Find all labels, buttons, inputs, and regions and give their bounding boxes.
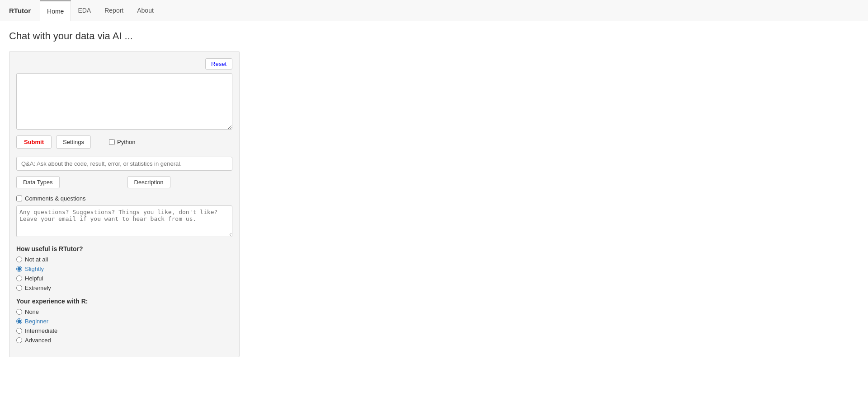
data-row: Data Types Description — [16, 176, 232, 188]
navbar-brand: RTutor — [5, 7, 35, 14]
comments-label-text: Comments & questions — [25, 195, 85, 202]
usefulness-label-helpful: Helpful — [25, 275, 43, 282]
main-textarea[interactable] — [16, 73, 232, 130]
nav-item-report[interactable]: Report — [98, 0, 130, 21]
usefulness-question: How useful is RTutor? — [16, 245, 232, 252]
nav-items: Home EDA Report About — [40, 0, 160, 21]
usefulness-option-not-at-all[interactable]: Not at all — [16, 256, 232, 263]
usefulness-label-extremely: Extremely — [25, 284, 51, 291]
comments-label[interactable]: Comments & questions — [16, 195, 232, 202]
nav-item-about[interactable]: About — [130, 0, 160, 21]
comments-checkbox[interactable] — [16, 196, 22, 201]
nav-link-home[interactable]: Home — [40, 0, 71, 21]
python-checkbox-label[interactable]: Python — [109, 139, 135, 145]
usefulness-option-slightly[interactable]: Slightly — [16, 266, 232, 272]
usefulness-radio-helpful[interactable] — [16, 275, 22, 281]
r-experience-option-beginner[interactable]: Beginner — [16, 318, 232, 325]
r-experience-label-advanced: Advanced — [25, 337, 51, 344]
qa-input[interactable] — [16, 157, 232, 171]
nav-item-eda[interactable]: EDA — [71, 0, 98, 21]
usefulness-radio-slightly[interactable] — [16, 266, 22, 272]
navbar: RTutor Home EDA Report About — [0, 0, 868, 21]
usefulness-label-not-at-all: Not at all — [25, 256, 48, 263]
r-experience-option-intermediate[interactable]: Intermediate — [16, 327, 232, 334]
usefulness-label-slightly: Slightly — [25, 266, 44, 272]
nav-item-home[interactable]: Home — [40, 0, 71, 21]
reset-row: Reset — [16, 58, 232, 70]
submit-button[interactable]: Submit — [16, 135, 52, 149]
r-experience-radio-intermediate[interactable] — [16, 328, 22, 334]
description-button[interactable]: Description — [127, 176, 170, 188]
page-title: Chat with your data via AI ... — [9, 30, 859, 42]
usefulness-section: How useful is RTutor? Not at all Slightl… — [16, 245, 232, 291]
nav-link-report[interactable]: Report — [98, 0, 130, 21]
r-experience-radio-beginner[interactable] — [16, 318, 22, 324]
submit-row: Submit Settings Python — [16, 135, 232, 149]
r-experience-option-none[interactable]: None — [16, 308, 232, 315]
data-types-button[interactable]: Data Types — [16, 176, 60, 188]
r-experience-label-beginner: Beginner — [25, 318, 48, 325]
settings-button[interactable]: Settings — [56, 135, 91, 149]
r-experience-section: Your experience with R: None Beginner In… — [16, 298, 232, 344]
nav-link-eda[interactable]: EDA — [71, 0, 98, 21]
r-experience-radio-advanced[interactable] — [16, 337, 22, 343]
python-checkbox[interactable] — [109, 139, 115, 145]
main-content: Chat with your data via AI ... Reset Sub… — [0, 21, 868, 415]
usefulness-radio-extremely[interactable] — [16, 285, 22, 291]
python-label: Python — [117, 139, 135, 145]
main-panel: Reset Submit Settings Python Data Types … — [9, 51, 240, 357]
r-experience-label-none: None — [25, 308, 39, 315]
comments-textarea[interactable] — [16, 205, 232, 237]
r-experience-label-intermediate: Intermediate — [25, 327, 57, 334]
r-experience-radio-none[interactable] — [16, 309, 22, 315]
reset-button[interactable]: Reset — [205, 58, 232, 70]
nav-link-about[interactable]: About — [130, 0, 160, 21]
usefulness-option-extremely[interactable]: Extremely — [16, 284, 232, 291]
usefulness-radio-not-at-all[interactable] — [16, 256, 22, 262]
r-experience-question: Your experience with R: — [16, 298, 232, 305]
r-experience-option-advanced[interactable]: Advanced — [16, 337, 232, 344]
usefulness-option-helpful[interactable]: Helpful — [16, 275, 232, 282]
